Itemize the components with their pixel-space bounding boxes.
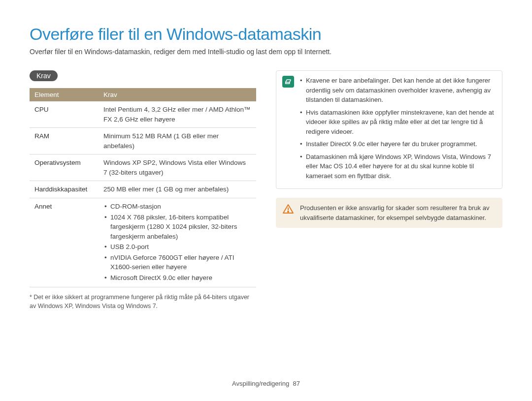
svg-point-1 [288,211,289,212]
cell-req: 250 MB eller mer (1 GB og mer anbefales) [99,181,256,198]
footnote: * Det er ikke sikkert at programmene fun… [30,293,256,310]
info-note-box: Kravene er bare anbefalinger. Det kan he… [276,70,502,189]
right-column: Kravene er bare anbefalinger. Det kan he… [276,70,502,310]
cell-element: Harddiskkapasitet [30,181,99,198]
cell-req: Windows XP SP2, Windows Vista eller Wind… [99,154,256,181]
table-header-element: Element [30,88,99,101]
note-icon [282,76,294,88]
list-item: nVIDIA Geforce 7600GT eller høyere / ATI… [103,253,251,272]
requirements-table: Element Krav CPU Intel Pentium 4, 3,2 GH… [30,88,256,287]
warning-text: Produsenten er ikke ansvarlig for skader… [300,203,496,222]
list-item: USB 2.0-port [103,242,251,252]
page-subtitle: Overfør filer til en Windows-datamaskin,… [30,48,502,56]
list-item: Kravene er bare anbefalinger. Det kan he… [300,76,496,105]
cell-element: CPU [30,101,99,128]
list-item: 1024 X 768 piksler, 16-biters kompatibel… [103,213,251,242]
table-row: Annet CD-ROM-stasjon 1024 X 768 piksler,… [30,198,256,287]
cell-element: Operativsystem [30,154,99,181]
page-title: Overføre filer til en Windows-datamaskin [30,25,502,44]
warning-triangle-icon [282,203,294,215]
footer-section: Avspilling/redigering [232,380,289,387]
table-header-req: Krav [99,88,256,101]
table-row: Operativsystem Windows XP SP2, Windows V… [30,154,256,181]
cell-req: Intel Pentium 4, 3,2 GHz eller mer / AMD… [99,101,256,128]
list-item: Hvis datamaskinen ikke oppfyller minstek… [300,108,496,137]
page-footer: Avspilling/redigering 87 [0,380,532,387]
cell-element: Annet [30,198,99,287]
list-item: Microsoft DirectX 9.0c eller høyere [103,273,251,283]
table-row: CPU Intel Pentium 4, 3,2 GHz eller mer /… [30,101,256,128]
list-item: CD-ROM-stasjon [103,202,251,212]
list-item: Installer DirectX 9.0c eller høyere før … [300,139,496,149]
cell-req: CD-ROM-stasjon 1024 X 768 piksler, 16-bi… [99,198,256,287]
warning-note-box: Produsenten er ikke ansvarlig for skader… [276,198,502,228]
cell-element: RAM [30,128,99,154]
footer-page-number: 87 [293,380,299,387]
table-row: Harddiskkapasitet 250 MB eller mer (1 GB… [30,181,256,198]
section-label: Krav [30,70,58,81]
table-row: RAM Minimum 512 MB RAM (1 GB eller mer a… [30,128,256,154]
left-column: Krav Element Krav CPU Intel Pentium 4, 3… [30,70,256,310]
list-item: Datamaskinen må kjøre Windows XP, Window… [300,152,496,181]
cell-req: Minimum 512 MB RAM (1 GB eller mer anbef… [99,128,256,154]
